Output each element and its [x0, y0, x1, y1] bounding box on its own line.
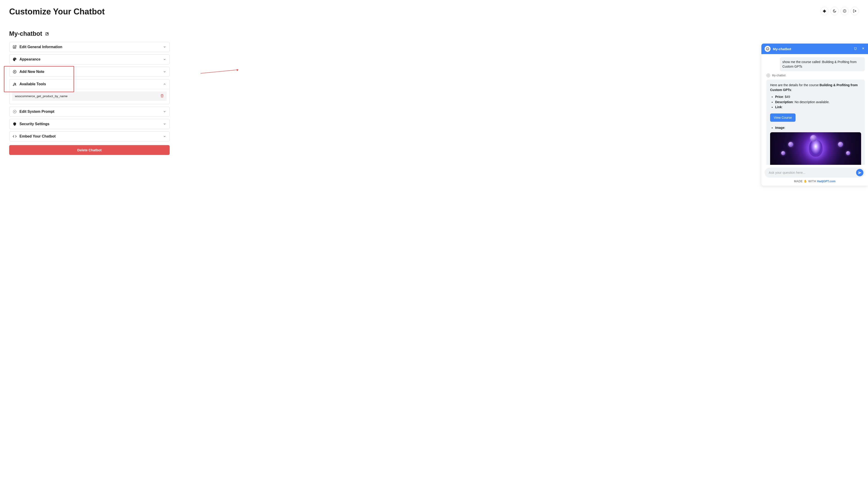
chat-header: My-chatbot	[762, 43, 868, 54]
bot-avatar-icon	[765, 46, 771, 52]
svg-point-18	[768, 49, 768, 49]
svg-point-17	[767, 49, 767, 49]
page-title: Customize Your Chatbot	[9, 7, 105, 17]
plus-circle-icon	[12, 70, 17, 74]
chevron-down-icon	[163, 122, 166, 126]
user-message: show me the course called :Building & Pr…	[780, 57, 865, 71]
panel-system-prompt[interactable]: Edit System Prompt	[9, 106, 169, 117]
header-actions	[820, 7, 859, 15]
chevron-down-icon	[163, 135, 166, 138]
detail-description: Description: No description available.	[775, 100, 861, 105]
chatbot-name: My-chatbot	[9, 30, 42, 37]
send-button[interactable]	[856, 169, 863, 176]
extension-icon	[823, 9, 826, 13]
shield-icon	[12, 122, 17, 126]
svg-point-4	[13, 59, 14, 59]
chat-messages: show me the course called :Building & Pr…	[762, 54, 868, 165]
panel-add-note-title: Add New Note	[20, 70, 44, 74]
extension-icon-button[interactable]	[820, 7, 829, 15]
bot-label-text: My-chatbot	[772, 74, 785, 77]
palette-icon	[12, 57, 17, 61]
chat-delete-icon[interactable]	[854, 47, 857, 51]
prompt-icon	[12, 109, 17, 114]
made-with: MADE ✋ WITH HadjGPT.com	[765, 178, 865, 184]
theme-icon-button[interactable]	[830, 7, 839, 15]
chevron-down-icon	[163, 110, 166, 113]
bot-intro-prefix: Here are the details for the course	[770, 83, 819, 87]
chat-title: My-chatbot	[773, 47, 849, 51]
svg-point-21	[768, 74, 769, 76]
panel-security[interactable]: Security Settings	[9, 119, 169, 129]
send-icon	[858, 171, 862, 174]
view-course-button[interactable]: View Course	[770, 114, 796, 122]
panel-general[interactable]: Edit General Information	[9, 42, 169, 52]
svg-line-14	[200, 70, 239, 73]
delete-chatbot-button[interactable]: Delete Chatbot	[9, 145, 169, 155]
svg-point-5	[14, 58, 15, 59]
chat-preview: My-chatbot show me the course called :Bu…	[762, 43, 868, 186]
panel-embed-title: Embed Your Chatbot	[20, 134, 56, 138]
info-icon	[843, 9, 846, 13]
tool-item: woocommerce_get_product_by_name	[12, 92, 167, 101]
open-link-icon[interactable]	[45, 32, 49, 36]
panel-appearance[interactable]: Appearance	[9, 54, 169, 64]
bot-label: My-chatbot	[767, 73, 865, 77]
detail-price: Price: $49	[775, 94, 861, 99]
svg-point-13	[14, 111, 15, 112]
svg-point-16	[766, 47, 769, 50]
chevron-down-icon	[163, 58, 166, 61]
chat-footer: MADE ✋ WITH HadjGPT.com	[762, 165, 868, 186]
chevron-down-icon	[163, 45, 166, 49]
bot-message: Here are the details for the course Buil…	[767, 79, 865, 165]
chevron-down-icon	[163, 70, 166, 73]
logout-icon	[853, 9, 857, 13]
chat-input-row	[765, 167, 865, 178]
panel-general-title: Edit General Information	[20, 45, 62, 49]
panel-security-title: Security Settings	[20, 122, 50, 126]
code-icon	[12, 134, 17, 138]
svg-marker-15	[237, 69, 239, 71]
brand-link[interactable]: HadjGPT.com	[817, 180, 835, 183]
annotation-arrow	[199, 69, 241, 74]
chat-input[interactable]	[769, 171, 856, 174]
panel-tools: Available Tools woocommerce_get_product_…	[9, 79, 169, 104]
delete-tool-icon[interactable]	[160, 94, 164, 98]
detail-link: Link:	[775, 105, 861, 110]
course-image	[770, 132, 861, 165]
panel-appearance-title: Appearance	[20, 57, 40, 61]
chat-close-icon[interactable]	[862, 47, 865, 51]
panel-tools-header[interactable]: Available Tools	[9, 79, 169, 89]
tools-icon	[12, 82, 17, 86]
tool-name: woocommerce_get_product_by_name	[15, 94, 68, 98]
logout-icon-button[interactable]	[850, 7, 859, 15]
moon-icon	[833, 9, 836, 13]
panel-tools-title: Available Tools	[20, 82, 46, 86]
detail-image: Image:	[775, 125, 861, 130]
panel-add-note[interactable]: Add New Note	[9, 67, 169, 77]
edit-icon	[12, 45, 17, 49]
panel-system-prompt-title: Edit System Prompt	[20, 109, 54, 114]
info-icon-button[interactable]	[840, 7, 849, 15]
bot-intro-suffix: :	[791, 88, 792, 92]
svg-point-6	[15, 59, 16, 59]
chevron-up-icon	[163, 83, 166, 86]
hand-icon: ✋	[804, 180, 807, 183]
panel-embed[interactable]: Embed Your Chatbot	[9, 131, 169, 141]
bot-mini-avatar-icon	[767, 73, 770, 77]
